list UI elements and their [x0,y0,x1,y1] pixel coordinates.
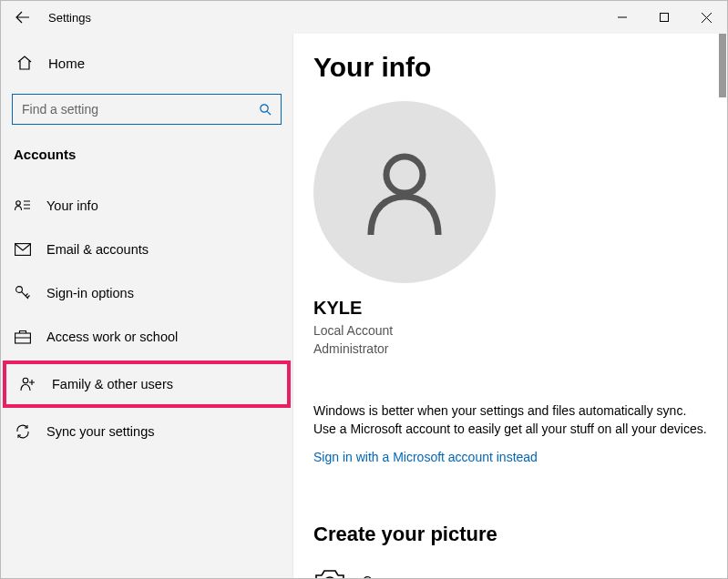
sync-icon [14,422,32,441]
account-type: Local Account [313,322,709,340]
envelope-icon [14,240,32,259]
svg-point-1 [260,104,267,111]
maximize-icon [660,13,669,22]
sidebar-item-label: Email & accounts [46,242,149,257]
close-icon [702,13,712,23]
person-plus-icon [19,375,37,393]
sidebar-home[interactable]: Home [1,45,292,81]
sidebar-item-label: Family & other users [52,377,173,391]
highlight-annotation: Family & other users [3,361,291,408]
scrollbar-thumb[interactable] [719,34,726,97]
sidebar-item-label: Sign-in options [46,286,134,300]
create-picture-heading: Create your picture [313,523,709,546]
titlebar: Settings [1,1,727,34]
svg-point-7 [386,157,423,193]
person-icon [354,142,455,242]
back-button[interactable] [1,1,45,34]
svg-point-2 [16,201,21,206]
signin-microsoft-link[interactable]: Sign in with a Microsoft account instead [313,450,709,464]
camera-label: Camera [363,574,408,578]
sidebar-section-title: Accounts [1,147,292,162]
sidebar-item-label: Your info [46,198,98,213]
sidebar-item-family-other[interactable]: Family & other users [6,364,287,404]
avatar [313,101,496,283]
main-content: Your info KYLE Local Account Administrat… [292,34,727,578]
maximize-button[interactable] [643,1,685,34]
sidebar: Home Accounts Your info Email & accounts… [1,34,292,578]
sidebar-item-signin-options[interactable]: Sign-in options [1,273,292,313]
minimize-button[interactable] [601,1,643,34]
camera-icon [313,564,346,578]
sidebar-item-access-work[interactable]: Access work or school [1,317,292,357]
sidebar-item-sync[interactable]: Sync your settings [1,411,292,452]
minimize-icon [618,13,627,22]
svg-point-6 [23,378,28,383]
sidebar-item-label: Sync your settings [46,424,154,439]
close-button[interactable] [685,1,727,34]
sync-description: Windows is better when your settings and… [313,401,709,439]
search-icon [250,103,281,117]
account-role: Administrator [313,340,709,359]
sidebar-item-your-info[interactable]: Your info [1,186,292,226]
search-box[interactable] [12,94,282,125]
home-icon [15,55,34,71]
svg-rect-0 [661,14,669,22]
page-title: Your info [313,52,709,83]
window-title: Settings [45,11,91,25]
key-icon [14,284,32,302]
svg-point-4 [16,287,23,293]
arrow-left-icon [15,10,30,25]
person-card-icon [14,197,32,215]
camera-option[interactable]: Camera [313,564,709,578]
username: KYLE [313,298,709,319]
sidebar-item-label: Access work or school [46,330,178,344]
sidebar-home-label: Home [48,56,85,71]
svg-point-8 [324,577,335,578]
sidebar-item-email[interactable]: Email & accounts [1,229,292,269]
search-input[interactable] [13,102,250,117]
briefcase-icon [14,328,32,346]
